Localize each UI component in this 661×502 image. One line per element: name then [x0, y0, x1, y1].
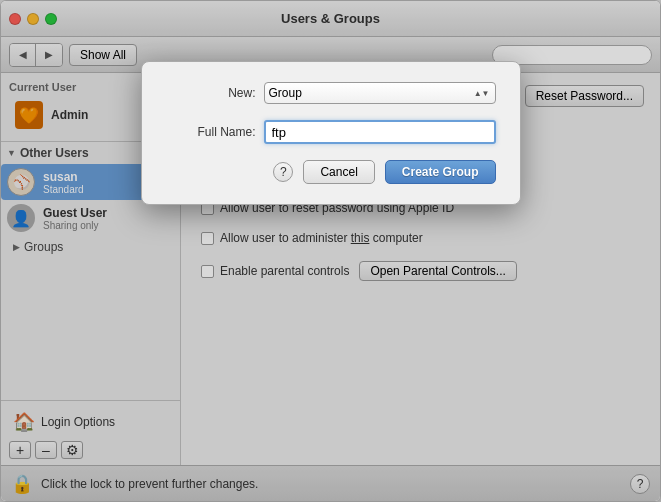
window: Users & Groups ◀ ▶ Show All Current User… — [0, 0, 661, 502]
modal-new-label: New: — [166, 86, 256, 100]
modal-fullname-label: Full Name: — [166, 125, 256, 139]
modal-buttons: ? Cancel Create Group — [166, 160, 496, 184]
modal-fullname-row: Full Name: — [166, 120, 496, 144]
cancel-button[interactable]: Cancel — [303, 160, 374, 184]
modal-help-button[interactable]: ? — [273, 162, 293, 182]
create-group-button[interactable]: Create Group — [385, 160, 496, 184]
modal-overlay: New: Group ▲▼ Full Name: ? Cancel Create… — [1, 1, 660, 501]
modal-fullname-input[interactable] — [264, 120, 496, 144]
modal-select-wrapper: Group ▲▼ — [264, 82, 496, 104]
modal-new-row: New: Group ▲▼ — [166, 82, 496, 104]
create-group-modal: New: Group ▲▼ Full Name: ? Cancel Create… — [141, 61, 521, 205]
modal-new-select[interactable]: Group — [264, 82, 496, 104]
